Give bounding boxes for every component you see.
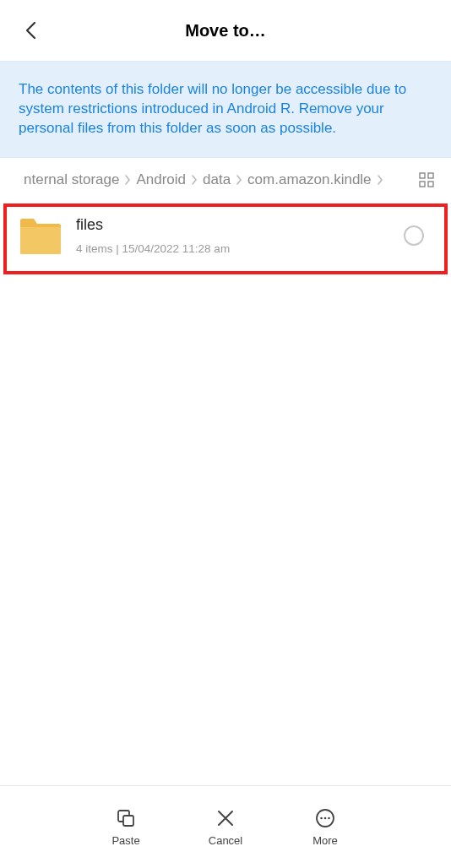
svg-point-7: [320, 817, 323, 820]
svg-rect-5: [123, 816, 133, 826]
close-icon: [215, 807, 236, 829]
more-button[interactable]: More: [300, 807, 350, 847]
breadcrumb-item[interactable]: nternal storage: [24, 171, 119, 188]
chevron-left-icon: [24, 21, 36, 40]
grid-icon: [419, 172, 434, 187]
folder-icon: [19, 215, 62, 256]
svg-rect-2: [420, 182, 425, 187]
svg-rect-1: [428, 173, 433, 178]
chevron-right-icon: [124, 175, 131, 185]
folder-meta: 4 items | 15/04/2022 11:28 am: [76, 242, 390, 255]
chevron-right-icon: [236, 175, 242, 185]
svg-rect-3: [428, 182, 433, 187]
chevron-right-icon: [191, 175, 198, 185]
warning-banner: The contents of this folder will no long…: [0, 61, 451, 158]
more-label: More: [312, 834, 338, 847]
paste-label: Paste: [111, 834, 139, 847]
breadcrumb-item[interactable]: com.amazon.kindle: [247, 171, 371, 188]
file-list: files 4 items | 15/04/2022 11:28 am: [0, 202, 451, 785]
cancel-button[interactable]: Cancel: [200, 807, 251, 847]
cancel-label: Cancel: [209, 834, 242, 847]
folder-name: files: [76, 216, 390, 234]
svg-point-9: [328, 817, 330, 820]
svg-rect-0: [420, 173, 425, 178]
bottom-toolbar: Paste Cancel More: [0, 785, 451, 868]
grid-view-toggle[interactable]: [417, 171, 436, 189]
breadcrumb-item[interactable]: data: [203, 171, 231, 188]
warning-text: The contents of this folder will no long…: [19, 80, 432, 138]
breadcrumb: nternal storage Android data com.amazon.…: [0, 158, 451, 202]
page-title: Move to…: [185, 21, 266, 41]
chevron-right-icon: [377, 175, 383, 185]
svg-point-8: [324, 817, 327, 820]
back-button[interactable]: [17, 17, 44, 44]
list-item[interactable]: files 4 items | 15/04/2022 11:28 am: [3, 203, 448, 274]
breadcrumb-item[interactable]: Android: [136, 171, 186, 188]
more-icon: [314, 807, 336, 829]
select-radio[interactable]: [404, 225, 424, 246]
folder-info: files 4 items | 15/04/2022 11:28 am: [76, 216, 390, 255]
paste-button[interactable]: Paste: [101, 807, 151, 847]
paste-icon: [115, 807, 137, 829]
